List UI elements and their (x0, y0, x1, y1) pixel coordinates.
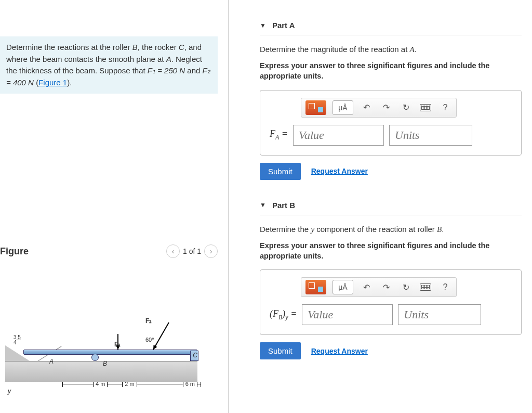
undo-icon[interactable]: ↶ (360, 280, 373, 294)
part-a-submit-button[interactable]: Submit (260, 163, 301, 180)
help-icon[interactable]: ? (438, 280, 452, 294)
part-a-answer-box: μÅ ↶ ↷ ↻ ? FA = (260, 90, 522, 156)
figure-pager: ‹ 1 of 1 › (166, 244, 218, 258)
part-b-lhs: (FB)y = (270, 308, 297, 321)
collapse-icon: ▼ (260, 22, 266, 29)
keyboard-icon[interactable] (419, 280, 432, 294)
figure-page-indicator: 1 of 1 (183, 247, 201, 255)
redo-icon[interactable]: ↷ (379, 100, 393, 115)
part-b-value-input[interactable] (302, 304, 393, 325)
reset-icon[interactable]: ↻ (399, 280, 413, 294)
templates-icon[interactable] (305, 100, 326, 115)
problem-statement: Determine the reactions at the roller B,… (0, 36, 218, 94)
figure-diagram: F₁ F₂ 60° 3 54 A B C 4 m 2 m 6 m y (0, 283, 218, 403)
figure-link[interactable]: Figure 1 (38, 78, 67, 87)
figure-next-button[interactable]: › (204, 244, 218, 258)
undo-icon[interactable]: ↶ (360, 100, 373, 115)
part-b-units-input[interactable] (398, 304, 481, 325)
collapse-icon: ▼ (260, 201, 266, 209)
figure-prev-button[interactable]: ‹ (166, 244, 180, 258)
figure-title: Figure (0, 246, 29, 257)
part-a-request-answer-link[interactable]: Request Answer (311, 167, 368, 175)
answer-toolbar: μÅ ↶ ↷ ↻ ? (301, 277, 457, 297)
part-b-header[interactable]: ▼ Part B (260, 196, 522, 215)
help-icon[interactable]: ? (438, 100, 452, 115)
part-a-lhs: FA = (270, 128, 288, 141)
reset-icon[interactable]: ↻ (399, 100, 413, 115)
part-b-answer-box: μÅ ↶ ↷ ↻ ? (FB)y = (260, 269, 522, 335)
part-a-header[interactable]: ▼ Part A (260, 16, 522, 35)
part-b-instruction: Express your answer to three significant… (260, 240, 522, 262)
part-a-title: Part A (272, 21, 295, 30)
redo-icon[interactable]: ↷ (379, 280, 393, 294)
keyboard-icon[interactable] (419, 100, 432, 115)
units-symbol-button[interactable]: μÅ (332, 280, 353, 294)
units-symbol-button[interactable]: μÅ (332, 100, 353, 115)
part-a-prompt: Determine the magnitude of the reaction … (260, 45, 522, 54)
part-a-instruction: Express your answer to three significant… (260, 60, 522, 82)
part-a-value-input[interactable] (293, 125, 384, 146)
templates-icon[interactable] (305, 280, 326, 294)
answer-toolbar: μÅ ↶ ↷ ↻ ? (301, 98, 457, 118)
part-b-request-answer-link[interactable]: Request Answer (311, 347, 368, 355)
part-a-units-input[interactable] (389, 125, 472, 146)
part-b-prompt: Determine the y component of the reactio… (260, 225, 522, 234)
part-b-submit-button[interactable]: Submit (260, 342, 301, 359)
part-b-title: Part B (272, 201, 295, 210)
